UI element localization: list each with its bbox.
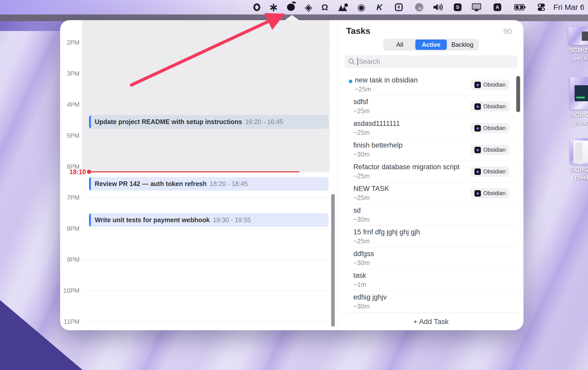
- s-app-icon[interactable]: S: [454, 0, 462, 14]
- popover-beak: [284, 15, 299, 20]
- obsidian-icon: ◆: [474, 103, 481, 110]
- source-badge: ◆Obsidian: [471, 123, 509, 133]
- tasks-count: 90: [503, 27, 512, 36]
- obsidian-icon: ◆: [474, 125, 481, 132]
- task-title: finish betterhelp: [353, 141, 403, 149]
- task-duration: ~25m: [355, 86, 371, 93]
- desktop-file-3-thumbnail: [570, 138, 588, 164]
- menu-bar: ∗ ◈ Ω ◉ K 6 ..24 S A Fri Mar 6: [0, 0, 588, 14]
- task-title: sdfsf: [353, 98, 368, 106]
- mountains-icon[interactable]: [338, 0, 348, 14]
- calendar-day-number: 6: [395, 3, 403, 11]
- a-app-icon[interactable]: A: [494, 0, 501, 14]
- tasks-pane: Tasks 90 All Active Backlog new task in …: [338, 20, 523, 330]
- task-row[interactable]: new task in obsidian~25m◆Obsidian: [338, 74, 523, 96]
- badge-24-icon[interactable]: ..24: [415, 0, 423, 14]
- task-row[interactable]: 15 frnf dfg jghj ghj gjh~25m: [338, 226, 523, 248]
- hour-label: 2PM: [60, 39, 80, 46]
- source-badge: ◆Obsidian: [471, 145, 509, 155]
- current-time-dot: [87, 170, 91, 174]
- search-input[interactable]: [359, 58, 503, 66]
- search-icon: [348, 58, 355, 65]
- task-row[interactable]: sd~30m: [338, 204, 523, 226]
- calendar-event[interactable]: Update project README with setup instruc…: [89, 115, 329, 129]
- source-badge: ◆Obsidian: [471, 101, 509, 112]
- app-popover: 2PM3PM4PM5PM6PM7PM8PM9PM10PM11PM Update …: [60, 20, 523, 330]
- source-badge-label: Obsidian: [483, 147, 506, 153]
- add-task-area: + Add Task: [338, 313, 523, 330]
- task-row[interactable]: edfsg jghjv~30m: [338, 291, 523, 313]
- display-icon[interactable]: [472, 0, 481, 14]
- task-duration: ~30m: [353, 151, 370, 158]
- desktop-file-2-thumbnail: [570, 77, 588, 110]
- ring-icon[interactable]: [253, 0, 260, 14]
- desktop-file-1[interactable]: SCR-2026 pvcs.jp: [564, 27, 588, 62]
- task-duration: ~30m: [353, 216, 370, 223]
- battery-icon[interactable]: [514, 0, 526, 14]
- hour-label: 3PM: [60, 70, 80, 77]
- source-badge-label: Obsidian: [483, 125, 506, 132]
- event-title: Review PR 142 — auth token refresh: [95, 180, 206, 188]
- hour-label: 10PM: [60, 287, 80, 294]
- desktop-file-2-label: SCR-2026: [571, 111, 588, 118]
- hour-gridline: [82, 105, 330, 105]
- calendar-event[interactable]: Review PR 142 — auth token refresh18:20 …: [89, 177, 329, 191]
- desktop-file-3[interactable]: SCR-2026 pwek.p: [566, 138, 588, 181]
- desktop-file-2[interactable]: SCR-2026 pvoo.jp: [566, 77, 588, 127]
- hour-gridline: [82, 43, 330, 43]
- event-title: Update project README with setup instruc…: [95, 118, 242, 126]
- volume-icon[interactable]: [433, 0, 443, 14]
- search-field[interactable]: [345, 55, 518, 68]
- control-center-icon[interactable]: [537, 0, 545, 14]
- task-duration: ~1m: [353, 281, 366, 288]
- calendar-icon[interactable]: 6: [395, 0, 403, 14]
- calendar-event[interactable]: Write unit tests for payment webhook19:3…: [89, 213, 329, 227]
- menu-bar-clock[interactable]: Fri Mar 6: [553, 0, 584, 14]
- tab-active[interactable]: Active: [415, 40, 447, 50]
- calendar-day-column[interactable]: [82, 20, 330, 330]
- plum-app-icon[interactable]: [287, 0, 295, 14]
- hour-gridline: [82, 136, 330, 136]
- hour-label: 11PM: [60, 318, 80, 325]
- event-title: Write unit tests for payment webhook: [95, 216, 210, 224]
- add-task-button[interactable]: + Add Task: [413, 318, 449, 326]
- task-row[interactable]: NEW TASK~25m◆Obsidian: [338, 182, 523, 204]
- thumbnail-window: [582, 32, 588, 41]
- source-badge-label: Obsidian: [483, 168, 506, 175]
- source-badge-label: Obsidian: [483, 81, 506, 88]
- event-time: 18:20 - 18:45: [210, 180, 248, 188]
- obsidian-icon: ◆: [474, 190, 481, 197]
- task-duration: ~30m: [353, 259, 370, 267]
- spiral-icon[interactable]: ◉: [357, 0, 365, 14]
- tasks-scrollbar[interactable]: [516, 76, 520, 112]
- k-sketch-icon[interactable]: K: [376, 0, 382, 14]
- task-row[interactable]: Refactor database migration script~25m◆O…: [338, 161, 523, 182]
- tasks-filter-segmented-control: All Active Backlog: [383, 39, 479, 51]
- desktop-file-3-label2: pwek.p: [575, 174, 588, 181]
- obsidian-icon: ◆: [474, 168, 481, 175]
- task-title: edfsg jghjv: [353, 293, 387, 301]
- event-color-bar: [89, 177, 91, 191]
- hour-gridline: [82, 291, 330, 291]
- event-color-bar: [89, 213, 91, 227]
- task-row[interactable]: asdasd1111111~25m◆Obsidian: [338, 117, 523, 139]
- openai-icon[interactable]: ∗: [269, 0, 279, 14]
- calendar-scrollbar[interactable]: [331, 194, 335, 327]
- task-row[interactable]: task~1m: [338, 269, 523, 291]
- arch-icon[interactable]: Ω: [321, 0, 328, 14]
- desktop-screen: SCR-2026 pvcs.jp SCR-2026 pvoo.jp SCR-20…: [0, 0, 588, 370]
- tab-backlog[interactable]: Backlog: [447, 40, 478, 50]
- task-duration: ~25m: [353, 107, 370, 115]
- source-badge: ◆Obsidian: [471, 166, 509, 177]
- task-row[interactable]: finish betterhelp~30m◆Obsidian: [338, 139, 523, 161]
- tab-all[interactable]: All: [384, 40, 415, 50]
- desktop-file-3-label: SCR-2026: [571, 166, 588, 173]
- task-row[interactable]: ddfgss~30m: [338, 248, 523, 269]
- task-row[interactable]: sdfsf~25m◆Obsidian: [338, 96, 523, 117]
- task-title: Refactor database migration script: [353, 163, 459, 171]
- obsidian-icon: ◆: [474, 147, 481, 153]
- cube-icon[interactable]: ◈: [305, 0, 312, 14]
- row-divider: [353, 312, 514, 313]
- task-title: task: [353, 272, 366, 280]
- thumbnail-progress: [576, 97, 585, 98]
